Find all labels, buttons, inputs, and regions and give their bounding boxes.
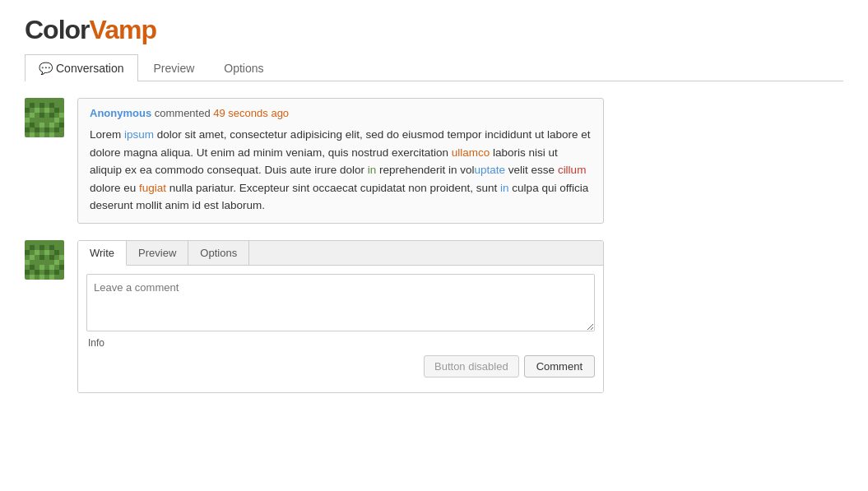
comment-header: Anonymous commented 49 seconds ago <box>90 107 592 119</box>
write-tab-write[interactable]: Write <box>78 241 127 266</box>
svg-rect-44 <box>39 265 44 270</box>
svg-rect-37 <box>49 255 54 260</box>
svg-rect-9 <box>39 113 44 118</box>
svg-rect-40 <box>35 260 39 265</box>
svg-rect-21 <box>35 127 39 132</box>
comment-body: Lorem ipsum dolor sit amet, consectetur … <box>90 126 592 215</box>
write-tab-options[interactable]: Options <box>188 241 249 265</box>
svg-rect-20 <box>25 127 30 132</box>
svg-rect-30 <box>49 245 54 250</box>
svg-rect-31 <box>25 250 30 255</box>
write-content: Info Button disabled Comment <box>78 266 603 392</box>
write-tab-write-label: Write <box>90 247 114 259</box>
svg-rect-48 <box>35 270 39 275</box>
write-tab-preview[interactable]: Preview <box>127 241 188 265</box>
logo: ColorVamp <box>25 15 843 45</box>
commenter-avatar <box>25 98 64 137</box>
svg-rect-19 <box>59 123 64 127</box>
svg-rect-49 <box>44 270 49 275</box>
svg-rect-52 <box>39 275 44 280</box>
svg-rect-34 <box>54 250 59 255</box>
tab-conversation-label: Conversation <box>56 62 124 75</box>
tab-conversation[interactable]: 💬Conversation <box>25 54 138 81</box>
svg-rect-45 <box>49 265 54 270</box>
svg-rect-12 <box>25 118 30 123</box>
svg-rect-4 <box>25 108 30 113</box>
write-info: Info <box>86 334 595 355</box>
svg-rect-46 <box>59 265 64 270</box>
svg-rect-38 <box>59 255 64 260</box>
comment-author: Anonymous <box>90 107 151 119</box>
svg-rect-16 <box>30 123 35 127</box>
logo-vamp-text: Vamp <box>90 15 156 44</box>
svg-rect-3 <box>49 103 54 108</box>
comment-bubble: Anonymous commented 49 seconds ago Lorem… <box>77 98 604 224</box>
write-section: Write Preview Options Info Button disabl… <box>25 240 843 393</box>
svg-rect-36 <box>39 255 44 260</box>
svg-rect-32 <box>35 250 39 255</box>
svg-rect-41 <box>44 260 49 265</box>
tab-options[interactable]: Options <box>210 54 277 81</box>
svg-rect-24 <box>30 132 35 137</box>
svg-rect-35 <box>30 255 35 260</box>
svg-rect-7 <box>54 108 59 113</box>
top-tabs-bar: 💬Conversation Preview Options <box>25 53 843 81</box>
svg-rect-39 <box>25 260 30 265</box>
svg-rect-47 <box>25 270 30 275</box>
svg-rect-17 <box>39 123 44 127</box>
svg-rect-8 <box>30 113 35 118</box>
svg-rect-26 <box>49 132 54 137</box>
conversation-icon: 💬 <box>39 62 53 75</box>
svg-rect-33 <box>44 250 49 255</box>
svg-rect-53 <box>49 275 54 280</box>
header: ColorVamp <box>0 0 868 53</box>
tab-preview-label: Preview <box>154 62 195 75</box>
logo-color-text: Color <box>25 15 90 44</box>
svg-rect-6 <box>44 108 49 113</box>
svg-rect-11 <box>59 113 64 118</box>
write-actions: Button disabled Comment <box>86 355 595 384</box>
write-tabs: Write Preview Options <box>78 241 603 266</box>
svg-rect-23 <box>54 127 59 132</box>
current-user-avatar <box>25 240 64 280</box>
main-content: Anonymous commented 49 seconds ago Lorem… <box>0 81 868 410</box>
svg-rect-29 <box>39 245 44 250</box>
comment-time: 49 seconds ago <box>213 107 289 119</box>
write-tab-options-label: Options <box>200 247 237 259</box>
svg-rect-51 <box>30 275 35 280</box>
avatar-svg <box>25 98 64 137</box>
tab-options-label: Options <box>224 62 263 75</box>
svg-rect-15 <box>54 118 59 123</box>
comment-textarea[interactable] <box>86 274 595 331</box>
svg-rect-14 <box>44 118 49 123</box>
disabled-button: Button disabled <box>424 355 519 378</box>
write-box: Write Preview Options Info Button disabl… <box>77 240 604 393</box>
write-tab-preview-label: Preview <box>138 247 176 259</box>
svg-rect-25 <box>39 132 44 137</box>
svg-rect-50 <box>54 270 59 275</box>
svg-rect-2 <box>39 103 44 108</box>
comment-row: Anonymous commented 49 seconds ago Lorem… <box>25 98 843 224</box>
svg-rect-42 <box>54 260 59 265</box>
current-user-avatar-svg <box>25 240 64 280</box>
tab-preview[interactable]: Preview <box>140 54 209 81</box>
svg-rect-5 <box>35 108 39 113</box>
svg-rect-13 <box>35 118 39 123</box>
svg-rect-10 <box>49 113 54 118</box>
svg-rect-43 <box>30 265 35 270</box>
comment-action: commented <box>155 107 214 119</box>
svg-rect-18 <box>49 123 54 127</box>
svg-rect-1 <box>30 103 35 108</box>
svg-rect-22 <box>44 127 49 132</box>
svg-rect-28 <box>30 245 35 250</box>
comment-button[interactable]: Comment <box>524 355 595 378</box>
